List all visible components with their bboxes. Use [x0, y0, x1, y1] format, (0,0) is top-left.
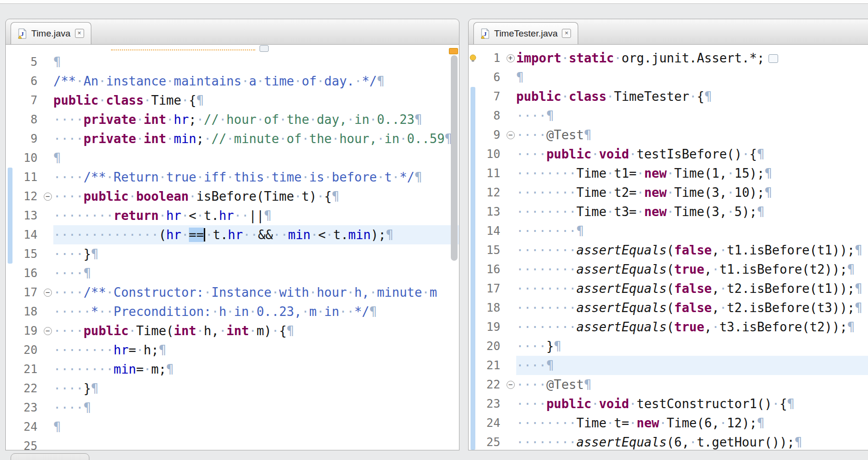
code-text[interactable]: ········assertEquals(true,·t3.isBefore(t…: [516, 317, 868, 337]
code-text[interactable]: ····¶: [53, 398, 459, 417]
tab-timetester-java[interactable]: J TimeTester.java ×: [473, 22, 578, 44]
code-text[interactable]: ····¶: [516, 356, 868, 375]
code-text[interactable]: ········min=·m;¶: [53, 360, 459, 379]
code-text[interactable]: ····¶: [53, 264, 459, 283]
line-number[interactable]: 8: [14, 110, 42, 129]
line-number[interactable]: 24: [477, 413, 505, 433]
code-text[interactable]: ····/**·Return·true·iff·this·time·is·bef…: [53, 168, 459, 187]
line-number[interactable]: 1: [477, 48, 505, 68]
line-number[interactable]: 14: [477, 221, 505, 241]
code-text[interactable]: /**·An·instance·maintains·a·time·of·day.…: [53, 72, 459, 91]
code-text[interactable]: ········assertEquals(false,·t1.isBefore(…: [516, 241, 868, 260]
collapse-icon[interactable]: −: [507, 131, 515, 139]
line-number[interactable]: 24: [14, 417, 42, 436]
line-number[interactable]: 7: [14, 91, 42, 110]
code-text[interactable]: ····public·void·testConstructor1()·{¶: [516, 394, 868, 413]
line-number[interactable]: 5: [14, 52, 42, 72]
line-number[interactable]: 20: [477, 337, 505, 356]
line-number[interactable]: 23: [14, 398, 42, 417]
collapse-icon[interactable]: −: [44, 289, 52, 297]
line-number[interactable]: 13: [14, 206, 42, 225]
code-text[interactable]: ····@Test¶: [516, 375, 868, 394]
vertical-scrollbar-thumb[interactable]: [451, 55, 458, 261]
expand-icon[interactable]: +: [507, 54, 515, 62]
line-number[interactable]: 22: [477, 375, 505, 394]
code-text[interactable]: ········return·hr·<·t.hr··||¶: [53, 206, 459, 225]
tab-close-icon[interactable]: ×: [562, 29, 571, 38]
bottom-view-tab-partial[interactable]: [11, 453, 89, 460]
code-text[interactable]: ····@Test¶: [516, 125, 868, 145]
overview-ruler-marker[interactable]: [449, 48, 458, 54]
code-text[interactable]: ····}¶: [53, 379, 459, 398]
collapse-icon[interactable]: −: [507, 381, 515, 389]
code-text[interactable]: ····public·boolean·isBefore(Time·t)·{¶: [53, 187, 459, 206]
code-text[interactable]: ····public·Time(int·h,·int·m)·{¶: [53, 321, 459, 340]
line-number[interactable]: 25: [14, 436, 42, 450]
line-number[interactable]: 19: [477, 317, 505, 337]
line-number[interactable]: 19: [14, 321, 42, 340]
line-number[interactable]: 12: [14, 187, 42, 206]
collapse-icon[interactable]: −: [44, 193, 52, 201]
code-text[interactable]: public·class·TimeTester·{¶: [516, 87, 868, 106]
line-number[interactable]: 7: [477, 87, 505, 106]
line-number[interactable]: 18: [477, 298, 505, 317]
tab-time-java[interactable]: J Time.java ×: [11, 22, 91, 44]
collapse-icon[interactable]: −: [44, 327, 52, 335]
line-number[interactable]: 11: [477, 164, 505, 183]
line-number[interactable]: 25: [477, 433, 505, 450]
line-number[interactable]: 9: [477, 125, 505, 145]
tab-close-icon[interactable]: ×: [75, 29, 84, 38]
code-text[interactable]: ¶: [53, 52, 459, 72]
code-text[interactable]: ········¶: [516, 221, 868, 241]
line-number[interactable]: 15: [14, 244, 42, 264]
code-text[interactable]: ····}¶: [516, 337, 868, 356]
line-number[interactable]: 16: [477, 260, 505, 279]
code-text[interactable]: ··············(hr·==·t.hr··&&··min·<·t.m…: [53, 225, 459, 244]
line-number[interactable]: 14: [14, 225, 42, 244]
line-number[interactable]: 21: [14, 360, 42, 379]
code-text[interactable]: ········assertEquals(true,·t1.isBefore(t…: [516, 260, 868, 279]
code-text[interactable]: ········Time·t1=·new·Time(1,·15);¶: [516, 164, 868, 183]
code-text[interactable]: ····/**·Constructor:·Instance·with·hour·…: [53, 283, 459, 302]
code-text[interactable]: ········Time·t3=·new·Time(3,·5);¶: [516, 202, 868, 221]
code-text[interactable]: ········Time·t2=·new·Time(3,·10);¶: [516, 183, 868, 202]
line-number[interactable]: 9: [14, 129, 42, 148]
code-text[interactable]: ········hr=·h;¶: [53, 340, 459, 360]
warning-lightbulb-icon[interactable]: [469, 54, 477, 62]
code-text[interactable]: ········assertEquals(6,·t.getHour());¶: [516, 433, 868, 450]
code-text[interactable]: ········assertEquals(false,·t2.isBefore(…: [516, 298, 868, 317]
line-number[interactable]: 13: [477, 202, 505, 221]
line-number[interactable]: 12: [477, 183, 505, 202]
code-text[interactable]: ····private·int·hr;·//·hour·of·the·day,·…: [53, 110, 459, 129]
code-text[interactable]: ········Time·t=·new·Time(6,·12);¶: [516, 413, 868, 433]
line-number[interactable]: 10: [14, 148, 42, 168]
line-number[interactable]: 21: [477, 356, 505, 375]
code-text[interactable]: ····}¶: [53, 244, 459, 264]
line-number[interactable]: 8: [477, 106, 505, 125]
code-text[interactable]: ¶: [53, 148, 459, 168]
collapsed-region-icon[interactable]: [769, 54, 778, 63]
code-text[interactable]: ····¶: [516, 106, 868, 125]
line-number[interactable]: 6: [14, 72, 42, 91]
code-text[interactable]: import·static·org.junit.Assert.*;: [516, 48, 868, 68]
line-number[interactable]: 16: [14, 264, 42, 283]
line-number[interactable]: 10: [477, 145, 505, 164]
line-number[interactable]: 17: [14, 283, 42, 302]
code-text[interactable]: ¶: [516, 68, 868, 87]
line-number[interactable]: 6: [477, 68, 505, 87]
code-line-row: 19········assertEquals(true,·t3.isBefore…: [469, 317, 868, 337]
code-text[interactable]: ····private·int·min;·//·minute·of·the·ho…: [53, 129, 459, 148]
code-text[interactable]: [53, 436, 459, 450]
line-number[interactable]: 18: [14, 302, 42, 321]
code-text[interactable]: ·····*··Precondition:·h·in·0..23,·m·in··…: [53, 302, 459, 321]
code-text[interactable]: ········assertEquals(false,·t2.isBefore(…: [516, 279, 868, 298]
line-number[interactable]: 23: [477, 394, 505, 413]
code-text[interactable]: ····public·void·testIsBefore()·{¶: [516, 145, 868, 164]
line-number[interactable]: 17: [477, 279, 505, 298]
line-number[interactable]: 11: [14, 168, 42, 187]
line-number[interactable]: 22: [14, 379, 42, 398]
line-number[interactable]: 20: [14, 340, 42, 360]
code-text[interactable]: public·class·Time·{¶: [53, 91, 459, 110]
code-text[interactable]: ¶: [53, 417, 459, 436]
line-number[interactable]: 15: [477, 241, 505, 260]
